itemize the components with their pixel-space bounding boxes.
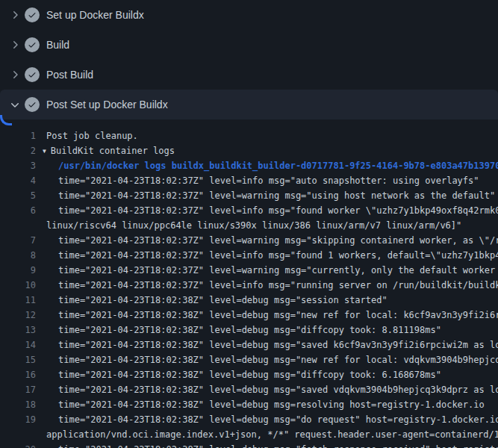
log-line: 19time="2021-04-23T18:02:38Z" level=debu… (0, 412, 498, 427)
log-line: 8time="2021-04-23T18:02:37Z" level=info … (0, 248, 498, 263)
line-number[interactable]: 3 (0, 158, 36, 173)
line-number[interactable]: 10 (0, 278, 36, 293)
line-number[interactable]: 6 (0, 203, 36, 218)
line-number[interactable]: 19 (0, 412, 36, 427)
log-line: 4time="2021-04-23T18:02:37Z" level=info … (0, 173, 498, 188)
log-text: time="2021-04-23T18:02:37Z" level=info m… (36, 203, 498, 218)
line-number[interactable]: 16 (0, 367, 36, 382)
log-text: time="2021-04-23T18:02:38Z" level=debug … (36, 308, 498, 323)
step-header-post-set-up-docker-buildx[interactable]: Post Set up Docker Buildx (0, 90, 498, 119)
step-header-set-up-docker-buildx[interactable]: Set up Docker Buildx (0, 0, 498, 30)
log-text: time="2021-04-23T18:02:37Z" level=info m… (36, 173, 479, 188)
log-text: time="2021-04-23T18:02:37Z" level=warnin… (36, 188, 495, 203)
line-number (0, 427, 36, 442)
line-number[interactable]: 17 (0, 382, 36, 397)
log-command-text: /usr/bin/docker logs buildx_buildkit_bui… (36, 158, 498, 173)
log-line: 3/usr/bin/docker logs buildx_buildkit_bu… (0, 158, 498, 173)
log-text: time="2021-04-23T18:02:38Z" level=debug … (36, 442, 498, 448)
log-line: 12time="2021-04-23T18:02:38Z" level=debu… (0, 308, 498, 323)
log-text: time="2021-04-23T18:02:38Z" level=debug … (36, 337, 498, 352)
step-label: Post Set up Docker Buildx (46, 99, 168, 111)
check-circle-icon (25, 67, 40, 82)
chevron-down-icon (9, 99, 21, 111)
log-line: 14time="2021-04-23T18:02:38Z" level=debu… (0, 337, 498, 352)
log-text: time="2021-04-23T18:02:37Z" level=info m… (36, 248, 498, 263)
log-line: 6time="2021-04-23T18:02:37Z" level=info … (0, 203, 498, 218)
log-lines: 1Post job cleanup.2▼BuildKit container l… (0, 119, 498, 448)
log-line: 13time="2021-04-23T18:02:38Z" level=debu… (0, 323, 498, 337)
log-group-header[interactable]: ▼BuildKit container logs (36, 143, 175, 158)
log-text: time="2021-04-23T18:02:37Z" level=warnin… (36, 263, 498, 278)
log-text: Post job cleanup. (36, 128, 138, 143)
line-number[interactable]: 11 (0, 293, 36, 308)
line-number[interactable]: 9 (0, 263, 36, 278)
log-line: 11time="2021-04-23T18:02:38Z" level=debu… (0, 293, 498, 308)
log-line: 17time="2021-04-23T18:02:38Z" level=debu… (0, 382, 498, 397)
log-text: time="2021-04-23T18:02:38Z" level=debug … (36, 397, 485, 412)
step-label: Post Build (46, 69, 93, 81)
log-text: time="2021-04-23T18:02:38Z" level=debug … (36, 293, 387, 308)
log-line: 9time="2021-04-23T18:02:37Z" level=warni… (0, 263, 498, 278)
chevron-right-icon (9, 39, 21, 51)
line-number[interactable]: 12 (0, 308, 36, 323)
line-number (0, 218, 36, 233)
line-number[interactable]: 1 (0, 128, 36, 143)
check-circle-icon (25, 97, 40, 112)
check-circle-icon (25, 7, 40, 22)
line-number[interactable]: 2 (0, 143, 36, 158)
log-group-label: BuildKit container logs (51, 146, 175, 156)
log-line: 5time="2021-04-23T18:02:37Z" level=warni… (0, 188, 498, 203)
line-number[interactable]: 4 (0, 173, 36, 188)
log-line-continuation: application/vnd.oci.image.index.v1+json,… (0, 427, 498, 442)
line-number[interactable]: 18 (0, 397, 36, 412)
step-label: Build (46, 39, 69, 51)
log-text: time="2021-04-23T18:02:37Z" level=warnin… (36, 233, 498, 248)
log-line: 15time="2021-04-23T18:02:38Z" level=debu… (0, 352, 498, 367)
log-line-continuation: linux/riscv64 linux/ppc64le linux/s390x … (0, 218, 498, 233)
log-line: 10time="2021-04-23T18:02:37Z" level=info… (0, 278, 498, 293)
log-text: linux/riscv64 linux/ppc64le linux/s390x … (36, 218, 461, 233)
line-number[interactable]: 13 (0, 323, 36, 337)
log-line: 18time="2021-04-23T18:02:38Z" level=debu… (0, 397, 498, 412)
step-header-post-build[interactable]: Post Build (0, 60, 498, 90)
steps-list: Set up Docker Buildx Build Post Build Po… (0, 0, 498, 119)
line-number[interactable]: 5 (0, 188, 36, 203)
log-text: application/vnd.oci.image.index.v1+json,… (36, 427, 498, 442)
log-text: time="2021-04-23T18:02:37Z" level=info m… (36, 278, 498, 293)
log-text: time="2021-04-23T18:02:38Z" level=debug … (36, 352, 498, 367)
line-number[interactable]: 8 (0, 248, 36, 263)
log-text: time="2021-04-23T18:02:38Z" level=debug … (36, 412, 498, 427)
check-circle-icon (25, 37, 40, 52)
step-label: Set up Docker Buildx (46, 9, 144, 21)
log-line: 7time="2021-04-23T18:02:37Z" level=warni… (0, 233, 498, 248)
line-number[interactable]: 15 (0, 352, 36, 367)
chevron-right-icon (9, 69, 21, 81)
log-text: time="2021-04-23T18:02:38Z" level=debug … (36, 323, 441, 337)
log-line: 16time="2021-04-23T18:02:38Z" level=debu… (0, 367, 498, 382)
log-line: 20time="2021-04-23T18:02:38Z" level=debu… (0, 442, 498, 448)
log-text: time="2021-04-23T18:02:38Z" level=debug … (36, 382, 498, 397)
log-text: time="2021-04-23T18:02:38Z" level=debug … (36, 367, 441, 382)
line-number[interactable]: 14 (0, 337, 36, 352)
step-header-build[interactable]: Build (0, 30, 498, 60)
group-toggle-triangle-icon[interactable]: ▼ (43, 144, 46, 159)
line-number[interactable]: 20 (0, 442, 36, 448)
log-line: 2▼BuildKit container logs (0, 143, 498, 158)
log-line: 1Post job cleanup. (0, 128, 498, 143)
chevron-right-icon (9, 9, 21, 21)
line-number[interactable]: 7 (0, 233, 36, 248)
